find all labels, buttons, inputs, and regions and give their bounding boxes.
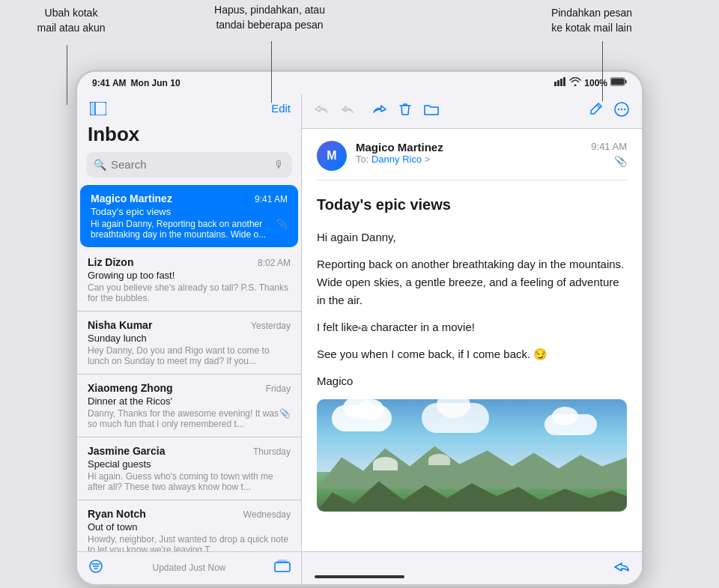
email-time-5: Wednesday <box>243 509 291 520</box>
email-time-4: Thursday <box>253 446 291 457</box>
move-folder-icon[interactable] <box>423 103 440 120</box>
more-icon[interactable] <box>613 101 630 121</box>
svg-rect-3 <box>563 77 565 86</box>
email-content: M Magico Martinez To: Danny Rico > 9:41 … <box>302 129 642 551</box>
mail-app: Edit Inbox 🔍 🎙 Magico Martinez 9:41 AM T… <box>77 94 642 584</box>
inbox-title: Inbox <box>77 121 301 152</box>
battery-status: 100% <box>584 78 607 88</box>
search-input[interactable] <box>111 158 270 171</box>
annotation-line-1 <box>67 45 67 105</box>
mic-icon[interactable]: 🎙 <box>274 159 285 171</box>
email-image <box>317 399 627 512</box>
annotation-label-3: Pindahkan pesanke kotak mail lain <box>524 6 659 35</box>
body-sign: Magico <box>317 372 627 390</box>
annotation-label-1: Ubah kotakmail atau akun <box>22 6 120 35</box>
mountain-snow-1 <box>373 457 398 470</box>
email-subject-2: Sunday lunch <box>88 333 291 344</box>
reply-icon[interactable] <box>613 560 630 577</box>
email-time-2: Yesterday <box>251 321 291 331</box>
email-preview-0: Hi again Danny, Reporting back on anothe… <box>91 219 288 240</box>
updated-label: Updated Just Now <box>152 563 225 573</box>
search-icon: 🔍 <box>94 159 106 171</box>
email-time-0: 9:41 AM <box>255 194 288 204</box>
wifi-icon <box>569 77 581 88</box>
email-preview-3: Danny, Thanks for the awesome evening! I… <box>88 408 291 429</box>
panel-icon[interactable] <box>88 100 109 117</box>
svg-point-16 <box>621 108 622 109</box>
email-preview-1: Can you believe she's already so tall? P… <box>88 282 291 303</box>
filter-icon[interactable] <box>88 560 104 577</box>
sender-avatar: M <box>317 141 347 171</box>
battery-icon <box>610 77 627 88</box>
email-list-item-1[interactable]: Liz Dizon 8:02 AM Growing up too fast! C… <box>77 249 301 312</box>
forward-icon[interactable] <box>371 103 387 120</box>
email-sender-4: Jasmine Garcia <box>88 445 166 457</box>
status-bar: 9:41 AM Mon Jun 10 100% <box>77 72 642 94</box>
email-subject-4: Special guests <box>88 458 291 470</box>
dot-1 <box>351 327 354 330</box>
status-day: Mon Jun 10 <box>131 78 180 88</box>
to-field: To: Danny Rico > <box>356 154 582 165</box>
reply-back-icon[interactable] <box>314 103 330 120</box>
svg-rect-0 <box>554 82 556 86</box>
edit-button[interactable]: Edit <box>271 102 291 115</box>
reply-all-back-icon[interactable] <box>341 103 360 120</box>
email-body: Today's epic views Hi again Danny, Repor… <box>317 193 627 512</box>
email-sender-0: Magico Martinez <box>91 193 172 204</box>
toolbar-dots <box>351 327 368 330</box>
svg-point-17 <box>624 108 625 109</box>
dot-2 <box>358 327 361 330</box>
email-subject-0: Today's epic views <box>91 206 288 217</box>
email-meta: M Magico Martinez To: Danny Rico > 9:41 … <box>317 141 627 181</box>
to-name: Danny Rico <box>371 154 422 165</box>
cloud-3 <box>422 403 489 433</box>
email-subject-3: Dinner at the Ricos' <box>88 395 291 407</box>
svg-rect-8 <box>90 102 95 115</box>
email-list-item-5[interactable]: Ryan Notch Wednesday Out of town Howdy, … <box>77 500 301 551</box>
ipad-frame: 9:41 AM Mon Jun 10 100% <box>75 70 644 587</box>
from-name: Magico Martinez <box>356 141 582 154</box>
email-sidebar: Edit Inbox 🔍 🎙 Magico Martinez 9:41 AM T… <box>77 94 302 584</box>
home-indicator <box>315 575 404 578</box>
email-list-item-2[interactable]: Nisha Kumar Yesterday Sunday lunch Hey D… <box>77 312 301 375</box>
email-list-item-0[interactable]: Magico Martinez 9:41 AM Today's epic vie… <box>80 185 298 247</box>
sidebar-top-icons <box>88 100 109 117</box>
email-sender-5: Ryan Notch <box>88 508 146 520</box>
attachment-icon: 📎 <box>614 155 627 167</box>
email-preview-4: Hi again. Guess who's coming to town wit… <box>88 471 291 492</box>
email-subject: Today's epic views <box>317 193 627 216</box>
email-sender-2: Nisha Kumar <box>88 319 152 331</box>
email-subject-1: Growing up too fast! <box>88 270 291 281</box>
cloud-1 <box>332 405 392 431</box>
svg-rect-6 <box>625 80 626 84</box>
annotation-label-2: Hapus, pindahkan, atautandai beberapa pe… <box>195 3 345 32</box>
compose-icon[interactable] <box>588 102 603 121</box>
dot-3 <box>365 327 368 330</box>
email-list: Magico Martinez 9:41 AM Today's epic vie… <box>77 184 301 551</box>
cloud-2 <box>544 414 597 435</box>
svg-rect-1 <box>557 80 559 86</box>
status-time: 9:41 AM <box>92 78 127 88</box>
svg-rect-11 <box>275 563 290 572</box>
detail-footer <box>302 551 642 584</box>
body-p1: Reporting back on another breathtaking d… <box>317 255 627 309</box>
email-detail: M Magico Martinez To: Danny Rico > 9:41 … <box>302 94 642 584</box>
body-p3: See you when I come back, if I come back… <box>317 345 627 363</box>
email-list-item-3[interactable]: Xiaomeng Zhong Friday Dinner at the Rico… <box>77 375 301 437</box>
signal-icon <box>554 77 566 88</box>
mountain-back <box>317 444 627 489</box>
email-meta-info: Magico Martinez To: Danny Rico > <box>356 141 582 165</box>
sidebar-header: Edit <box>77 94 301 121</box>
detail-toolbar <box>302 94 642 129</box>
trash-icon[interactable] <box>398 102 413 121</box>
svg-point-15 <box>618 108 619 109</box>
svg-rect-2 <box>560 79 562 86</box>
email-sender-3: Xiaomeng Zhong <box>88 382 173 394</box>
stack-icon[interactable] <box>274 560 291 577</box>
email-list-item-4[interactable]: Jasmine Garcia Thursday Special guests H… <box>77 437 301 500</box>
search-bar[interactable]: 🔍 🎙 <box>86 152 292 178</box>
email-subject-5: Out of town <box>88 521 291 533</box>
email-preview-5: Howdy, neighbor, Just wanted to drop a q… <box>88 534 291 551</box>
email-attachment-3: 📎 <box>279 408 291 419</box>
email-preview-2: Hey Danny, Do you and Rigo want to come … <box>88 345 291 366</box>
